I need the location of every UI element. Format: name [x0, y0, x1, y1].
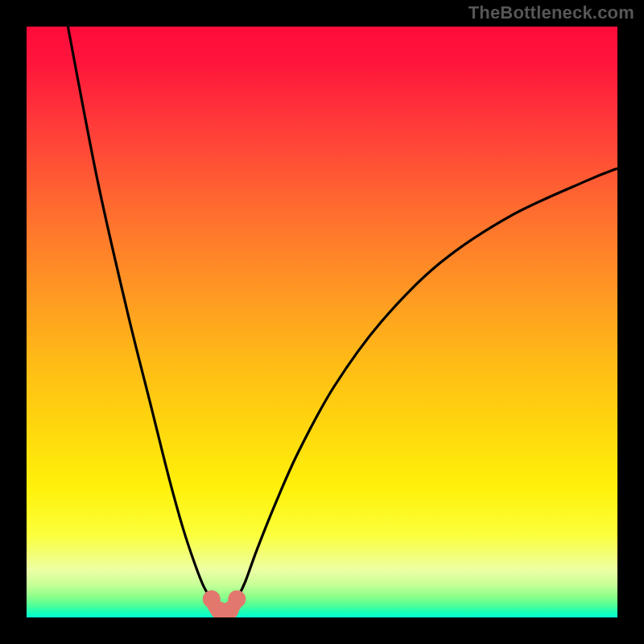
curve-left-branch [68, 27, 211, 599]
attribution-label: TheBottleneck.com [469, 2, 634, 23]
curve-layer [27, 27, 617, 617]
chart-frame: TheBottleneck.com [0, 0, 644, 644]
curve-right-branch [237, 168, 617, 599]
trough-marker [228, 590, 246, 608]
trough-markers [203, 590, 246, 617]
plot-area [27, 27, 617, 617]
